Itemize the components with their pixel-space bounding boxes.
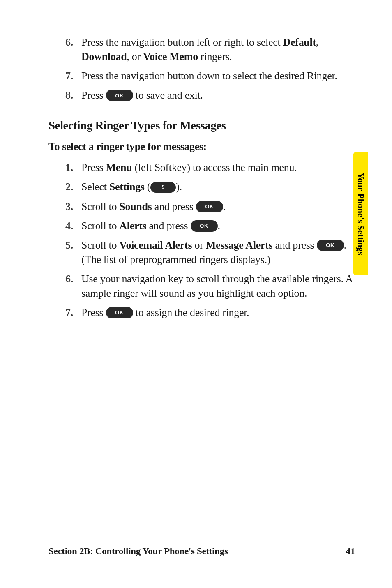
step-text: Select Settings (9).: [81, 180, 355, 194]
step-item: 6.Press the navigation button left or ri…: [48, 35, 355, 64]
step-text: Scroll to Voicemail Alerts or Message Al…: [81, 238, 355, 267]
step-item: 3.Scroll to Sounds and press OK.: [48, 199, 355, 214]
step-text: Scroll to Sounds and press OK.: [81, 199, 355, 214]
step-text: Scroll to Alerts and press OK.: [81, 219, 355, 233]
step-number: 6.: [48, 272, 81, 286]
step-item: 7.Press the navigation button down to se…: [48, 69, 355, 83]
step-number: 7.: [48, 305, 81, 320]
step-number: 4.: [48, 219, 81, 233]
step-text: Press OK to assign the desired ringer.: [81, 305, 355, 320]
side-tab-label: Your Phone's Settings: [355, 173, 366, 255]
bold-term: Voice Memo: [143, 51, 198, 62]
ok-key-icon: OK: [317, 240, 344, 251]
step-text: Press OK to save and exit.: [81, 88, 355, 102]
bold-term: Settings: [109, 181, 145, 193]
bold-term: Default: [283, 36, 316, 48]
page-footer: Section 2B: Controlling Your Phone's Set…: [48, 546, 355, 557]
bold-term: Alerts: [119, 220, 146, 232]
nine-key-icon: 9: [150, 182, 176, 193]
step-item: 6.Use your navigation key to scroll thro…: [48, 272, 355, 300]
footer-section-title: Section 2B: Controlling Your Phone's Set…: [48, 546, 228, 557]
step-item: 8.Press OK to save and exit.: [48, 88, 355, 102]
step-text: Press the navigation button down to sele…: [81, 69, 355, 83]
step-number: 7.: [48, 69, 81, 83]
step-list-messages: 1.Press Menu (left Softkey) to access th…: [48, 160, 355, 320]
page: 6.Press the navigation button left or ri…: [0, 0, 392, 588]
step-number: 5.: [48, 238, 81, 252]
step-number: 2.: [48, 180, 81, 194]
ok-key-icon: OK: [191, 220, 218, 232]
step-text: Use your navigation key to scroll throug…: [81, 272, 355, 300]
step-number: 6.: [48, 35, 81, 49]
step-number: 8.: [48, 88, 81, 102]
bold-term: Message Alerts: [206, 239, 273, 251]
bold-term: Voicemail Alerts: [119, 239, 192, 251]
step-text: Press the navigation button left or righ…: [81, 35, 355, 64]
ok-key-icon: OK: [106, 90, 133, 101]
step-number: 3.: [48, 199, 81, 214]
step-item: 2.Select Settings (9).: [48, 180, 355, 194]
step-text: Press Menu (left Softkey) to access the …: [81, 160, 355, 175]
ok-key-icon: OK: [196, 201, 223, 212]
step-item: 1.Press Menu (left Softkey) to access th…: [48, 160, 355, 175]
step-number: 1.: [48, 160, 81, 175]
step-item: 4.Scroll to Alerts and press OK.: [48, 219, 355, 233]
bold-term: Download: [81, 51, 127, 62]
side-tab: Your Phone's Settings: [353, 152, 368, 275]
ok-key-icon: OK: [106, 307, 133, 318]
intro-line: To select a ringer type for messages:: [48, 141, 355, 153]
footer-page-number: 41: [346, 546, 355, 557]
bold-term: Menu: [106, 161, 132, 173]
bold-term: Sounds: [119, 201, 152, 212]
step-item: 5.Scroll to Voicemail Alerts or Message …: [48, 238, 355, 267]
section-subheading: Selecting Ringer Types for Messages: [48, 119, 355, 132]
step-item: 7.Press OK to assign the desired ringer.: [48, 305, 355, 320]
step-list-continuation: 6.Press the navigation button left or ri…: [48, 35, 355, 102]
